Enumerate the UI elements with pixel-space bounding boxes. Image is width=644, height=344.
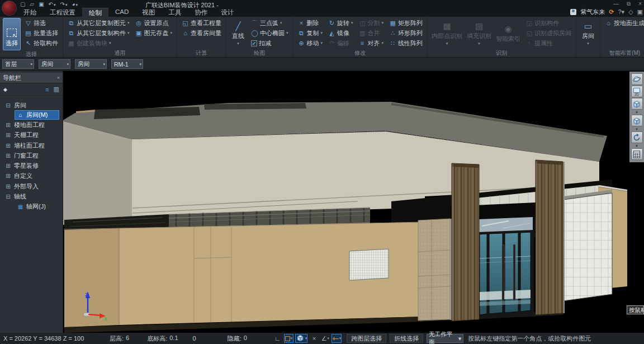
collapsed-icon[interactable]: ⊞: [4, 183, 12, 190]
screen-icon[interactable]: ▣: [637, 8, 643, 16]
undo-icon[interactable]: ↶: [49, 1, 56, 8]
theme-icon[interactable]: ◇: [628, 8, 633, 16]
tree-item-8[interactable]: ⊞自定义: [0, 171, 63, 181]
copy-button[interactable]: ⧉复制▾: [296, 29, 325, 37]
center-ellipse-button[interactable]: ◯中心椭圆▾: [249, 29, 290, 37]
chevron-down-icon[interactable]: ▾: [636, 110, 638, 114]
tree-item-4[interactable]: ⊞天棚工程: [0, 130, 63, 140]
workplane-selector[interactable]: 无工作平面▾: [427, 334, 463, 343]
selection-box-toggle[interactable]: ▾: [284, 334, 293, 343]
list-view-icon[interactable]: ≡: [45, 86, 49, 93]
collapsed-icon[interactable]: ⊞: [4, 163, 12, 169]
copy-from-layer-button[interactable]: ⧉从其它层复制图元▾: [66, 18, 131, 27]
tab-4[interactable]: CAD: [108, 8, 135, 17]
user-name[interactable]: 紫气东来: [580, 8, 605, 16]
copy-comp-from-layer-button[interactable]: ⧉从其它层复制构件▾: [66, 29, 131, 37]
minimize-button[interactable]: —: [613, 0, 619, 7]
line-button[interactable]: ╱直线▾: [228, 17, 248, 50]
sync-sphere-icon[interactable]: ◕: [72, 1, 78, 8]
expanded-icon[interactable]: ⊟: [4, 194, 12, 200]
tree-item-1[interactable]: ⊟房间: [0, 100, 63, 110]
open-file-icon[interactable]: ▱: [30, 1, 34, 8]
cross-toggle[interactable]: ×: [309, 334, 319, 343]
rect-array-button[interactable]: ▦矩形阵列: [387, 18, 424, 27]
floor-selector[interactable]: 首层▾: [2, 59, 34, 69]
viewport-3d[interactable]: Z X 2D▾▾▾ 按鼠标左: [63, 71, 644, 333]
tree-item-10[interactable]: ⊟轴线: [0, 191, 63, 201]
element-type-selector[interactable]: 房间▾: [75, 59, 107, 69]
collapsed-icon[interactable]: ⊞: [4, 122, 12, 128]
calculator-tool[interactable]: [631, 148, 643, 160]
orbit-tool[interactable]: [631, 73, 643, 85]
tree-item-5[interactable]: ⊞墙柱面工程: [0, 140, 63, 150]
checkbox-icon[interactable]: ✔: [251, 40, 257, 46]
pick-element-button[interactable]: ↖拾取构件: [23, 39, 60, 48]
redo-icon[interactable]: ↷: [60, 1, 68, 8]
avatar[interactable]: [570, 9, 576, 15]
tracking-toggle[interactable]: +‒▾: [332, 334, 342, 343]
sparkle-icon[interactable]: ◆: [3, 87, 7, 92]
rotate-view-tool[interactable]: [631, 131, 643, 143]
tab-3[interactable]: 绘制: [82, 8, 108, 17]
select-button[interactable]: 选择: [3, 18, 21, 50]
tree-item-11[interactable]: ▦轴网(J): [0, 202, 63, 212]
collapsed-icon[interactable]: ⊞: [4, 153, 12, 159]
help-icon[interactable]: ?▾: [618, 8, 624, 16]
filter-button[interactable]: ▽筛选: [23, 18, 60, 27]
chevron-down-icon[interactable]: ▾: [636, 127, 638, 131]
set-origin-button[interactable]: ◎设置原点: [134, 18, 174, 27]
cross-layer-select-button[interactable]: 跨图层选择: [347, 334, 386, 343]
view-2d-tool[interactable]: 2D: [631, 86, 643, 97]
polar-array-button[interactable]: ∴环形阵列: [387, 29, 424, 37]
collapsed-icon[interactable]: ⊞: [4, 132, 12, 138]
save-icon[interactable]: ▣: [39, 1, 44, 8]
app-logo-icon[interactable]: [2, 1, 17, 16]
tree-item-9[interactable]: ⊞外部导入: [0, 181, 63, 191]
chevron-down-icon[interactable]: ▾: [636, 144, 638, 148]
tab-1[interactable]: 开始: [17, 8, 43, 17]
collapsed-icon[interactable]: ⊞: [4, 143, 12, 149]
panel-close-icon[interactable]: ×: [57, 75, 60, 81]
button-label: 镜像: [337, 29, 349, 37]
view-cube-toggle[interactable]: ▾: [295, 334, 308, 343]
close-button[interactable]: ×: [638, 0, 642, 7]
expanded-icon[interactable]: ⊟: [4, 102, 12, 109]
tab-2[interactable]: 工程设置: [43, 8, 82, 17]
angle-toggle[interactable]: ∠▾: [320, 334, 330, 343]
view-room-quantity-button[interactable]: ⌂查看房间量: [180, 29, 223, 37]
delete-button[interactable]: ×删除: [296, 18, 325, 27]
perspective-view-tool[interactable]: [631, 115, 643, 126]
restore-button[interactable]: ⧉: [627, 0, 631, 7]
tree-item-3[interactable]: ⊞楼地面工程: [0, 120, 63, 130]
new-file-icon[interactable]: ▢: [20, 1, 25, 8]
rotate-button[interactable]: ↻旋转▾: [326, 18, 355, 27]
ortho-toggle[interactable]: ∟: [273, 334, 282, 343]
tab-8[interactable]: 设计: [214, 8, 240, 17]
move-button[interactable]: ⊕移动▾: [296, 39, 325, 48]
batch-select-button[interactable]: ▤批量选择: [23, 29, 60, 37]
room-button[interactable]: ▭房间▾: [578, 17, 598, 50]
mirror-button[interactable]: ◭镜像: [326, 29, 355, 37]
three-point-arc-button[interactable]: ⌒三点弧▾: [249, 18, 290, 27]
collapsed-icon[interactable]: ⊞: [4, 173, 12, 179]
align-button[interactable]: ≡对齐▾: [357, 39, 386, 48]
view-quantity-button[interactable]: ◱查看工程量: [180, 18, 223, 27]
ribbon-group-1: 选择▽筛选▤批量选择↖拾取构件选择: [0, 17, 63, 57]
tab-6[interactable]: 工具: [162, 8, 188, 17]
isometric-view-tool[interactable]: [631, 98, 643, 110]
tree-item-2[interactable]: ⌂房间(M): [15, 110, 59, 120]
generate-by-floor-button[interactable]: ⌂按地面生成: [603, 18, 644, 27]
panel-view-icon[interactable]: ▥: [54, 86, 59, 93]
save-element-button[interactable]: ▣图元存盘▾: [134, 29, 174, 37]
linear-array-button[interactable]: ∷线性阵列: [387, 39, 424, 48]
sync-icon[interactable]: ⟳: [609, 8, 614, 16]
deduction-checkbox[interactable]: ✔扣减: [249, 39, 290, 48]
polyline-select-button[interactable]: 折线选择: [390, 334, 423, 343]
tab-5[interactable]: 视图: [135, 8, 162, 17]
tree-item-7[interactable]: ⊞零星装修: [0, 161, 63, 171]
ribbon-group-6: ▩内部点识别▾▨填充识别▾◉智能索引◲识别构件◱识别虚拟房间↑提属性识别: [428, 17, 576, 57]
category-selector[interactable]: 房间▾: [39, 59, 70, 69]
tab-7[interactable]: 协作: [188, 8, 214, 17]
element-name-selector[interactable]: RM-1▾: [111, 59, 143, 69]
tree-item-6[interactable]: ⊞门窗工程: [0, 150, 63, 161]
